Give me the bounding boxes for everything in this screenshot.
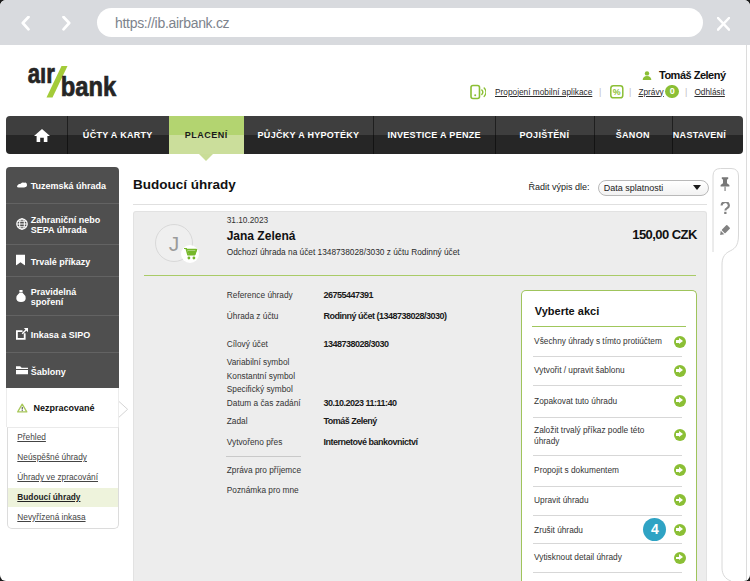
- svg-text:aır: aır: [28, 60, 55, 88]
- svg-text:bank: bank: [61, 72, 117, 102]
- svg-text:%: %: [613, 87, 621, 97]
